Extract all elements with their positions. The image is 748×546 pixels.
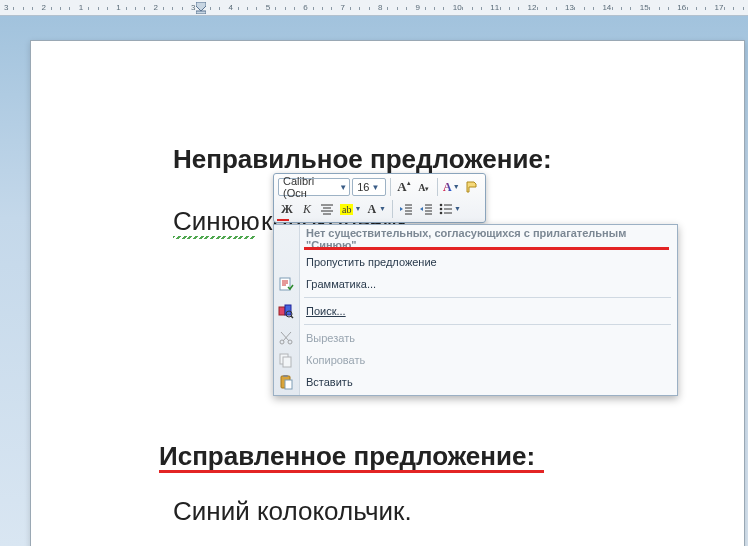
svg-rect-30 bbox=[285, 380, 292, 389]
font-size-combo[interactable]: 16 ▼ bbox=[352, 178, 386, 196]
svg-line-23 bbox=[291, 316, 293, 318]
ruler-label: 14 bbox=[602, 3, 611, 12]
menu-divider bbox=[304, 297, 671, 298]
ruler-label: 4 bbox=[228, 3, 232, 12]
svg-rect-0 bbox=[196, 11, 206, 14]
grammar-item[interactable]: Грамматика... bbox=[274, 273, 677, 295]
callout-underline-heading bbox=[159, 470, 544, 473]
ruler-label: 3 bbox=[191, 3, 195, 12]
ruler-label: 11 bbox=[490, 3, 499, 12]
ruler-label: 15 bbox=[640, 3, 649, 12]
format-painter-button[interactable] bbox=[463, 178, 481, 196]
copy-item[interactable]: Копировать bbox=[274, 349, 677, 371]
menu-label: Грамматика... bbox=[306, 278, 376, 290]
ruler-label: 6 bbox=[303, 3, 307, 12]
scissors-icon bbox=[278, 330, 294, 346]
svg-rect-27 bbox=[283, 357, 291, 367]
ruler-label: 3 bbox=[4, 3, 8, 12]
grammar-icon bbox=[278, 276, 294, 292]
menu-label: Пропустить предложение bbox=[306, 256, 437, 268]
svg-point-13 bbox=[440, 204, 443, 207]
paste-item[interactable]: Вставить bbox=[274, 371, 677, 393]
menu-label: Поиск... bbox=[306, 305, 346, 317]
ruler-label: 17 bbox=[715, 3, 724, 12]
copy-icon bbox=[278, 352, 294, 368]
chevron-down-icon: ▼ bbox=[337, 183, 347, 192]
increase-indent-button[interactable] bbox=[417, 200, 435, 218]
ruler-label: 5 bbox=[266, 3, 270, 12]
font-name-value: Calibri (Осн bbox=[283, 175, 337, 199]
align-center-button[interactable] bbox=[318, 200, 336, 218]
grammar-context-menu: Нет существительных, согласующихся с при… bbox=[273, 224, 678, 396]
separator bbox=[390, 178, 391, 196]
svg-point-14 bbox=[440, 208, 443, 211]
separator bbox=[437, 178, 438, 196]
ruler-label: 12 bbox=[528, 3, 537, 12]
cut-item[interactable]: Вырезать bbox=[274, 327, 677, 349]
heading-incorrect: Неправильное предложение: bbox=[173, 144, 552, 175]
corrected-line: Синий колокольчик. bbox=[173, 496, 412, 527]
menu-label: Вставить bbox=[306, 376, 353, 388]
bullets-button[interactable]: ▼ bbox=[437, 200, 463, 218]
svg-rect-20 bbox=[279, 307, 285, 315]
font-name-combo[interactable]: Calibri (Осн ▼ bbox=[278, 178, 350, 196]
grammar-squiggle bbox=[173, 236, 255, 239]
ruler-label: 2 bbox=[41, 3, 45, 12]
ruler-label: 13 bbox=[565, 3, 574, 12]
ruler-label: 1 bbox=[116, 3, 120, 12]
heading-corrected: Исправленное предложение: bbox=[159, 441, 535, 472]
find-item[interactable]: Поиск... bbox=[274, 300, 677, 322]
font-color-button[interactable]: A▼ bbox=[365, 200, 388, 218]
shrink-font-button[interactable]: A▾ bbox=[415, 178, 433, 196]
menu-divider bbox=[304, 324, 671, 325]
ruler-label: 1 bbox=[79, 3, 83, 12]
bold-button[interactable]: Ж bbox=[278, 200, 296, 218]
ruler-label: 10 bbox=[453, 3, 462, 12]
chevron-down-icon: ▼ bbox=[369, 183, 379, 192]
mini-format-toolbar: Calibri (Осн ▼ 16 ▼ A▴ A▾ A▼ Ж К ab▼ bbox=[273, 173, 486, 223]
decrease-indent-button[interactable] bbox=[397, 200, 415, 218]
ruler-label: 7 bbox=[341, 3, 345, 12]
incorrect-word-1: Синюю bbox=[173, 206, 260, 237]
highlight-button[interactable]: ab▼ bbox=[338, 200, 363, 218]
separator bbox=[392, 200, 393, 218]
ruler-label: 16 bbox=[677, 3, 686, 12]
horizontal-ruler[interactable]: 3211234567891011121314151617 bbox=[0, 0, 748, 16]
skip-sentence-item[interactable]: Пропустить предложение bbox=[274, 251, 677, 273]
svg-point-15 bbox=[440, 212, 443, 215]
ruler-label: 2 bbox=[154, 3, 158, 12]
italic-button[interactable]: К bbox=[298, 200, 316, 218]
indent-marker[interactable] bbox=[196, 2, 206, 14]
font-size-value: 16 bbox=[357, 181, 369, 193]
menu-label: Копировать bbox=[306, 354, 365, 366]
svg-rect-29 bbox=[283, 375, 288, 377]
search-icon bbox=[278, 303, 294, 319]
ruler-label: 9 bbox=[415, 3, 419, 12]
menu-label: Вырезать bbox=[306, 332, 355, 344]
grow-font-button[interactable]: A▴ bbox=[395, 178, 413, 196]
ruler-label: 8 bbox=[378, 3, 382, 12]
callout-underline-header bbox=[304, 247, 669, 250]
text-effects-button[interactable]: A▼ bbox=[442, 178, 461, 196]
paste-icon bbox=[278, 374, 294, 390]
